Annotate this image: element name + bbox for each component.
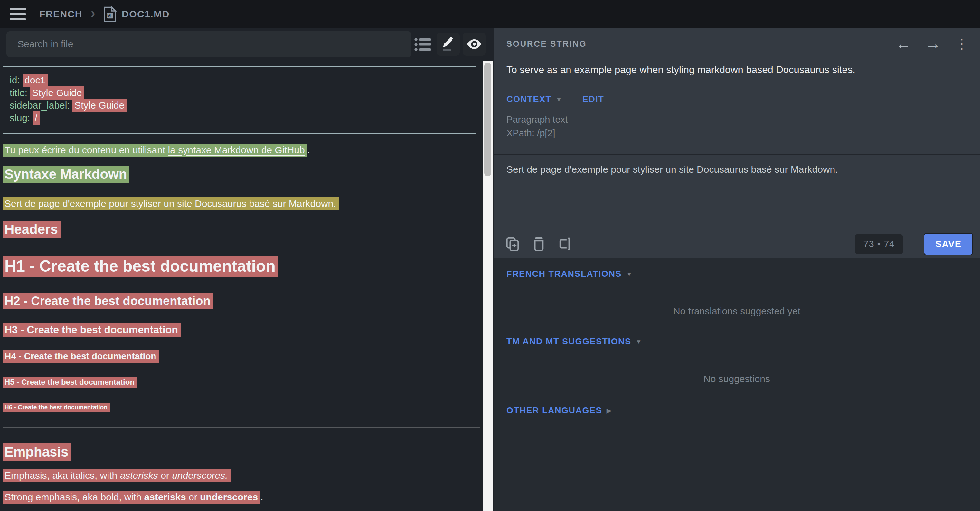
- context-xpath: XPath: /p[2]: [506, 128, 555, 139]
- markdown-file-icon: M↓: [103, 6, 116, 22]
- context-row: CONTEXT ▼ EDIT: [506, 94, 604, 104]
- paragraph-selected: Sert de page d'exemple pour styliser un …: [3, 198, 339, 209]
- string-list-button[interactable]: [413, 35, 433, 56]
- string-segment-translated[interactable]: Tu peux écrire du contenu en utilisant l…: [3, 144, 307, 157]
- frontmatter-line: title: Style Guide: [10, 86, 476, 99]
- heading-h2-sample: H2 - Create the best documentation: [3, 294, 213, 308]
- string-segment[interactable]: H6 - Create the best documentation: [3, 403, 110, 412]
- edit-context-button[interactable]: EDIT: [582, 94, 604, 104]
- caret-down-icon: ▼: [556, 96, 562, 103]
- back-arrow-icon: ←: [896, 35, 911, 52]
- inline-link: la syntaxe Markdown de GitHub: [168, 145, 305, 155]
- translation-input[interactable]: Sert de page d'exemple pour styliser un …: [493, 156, 980, 230]
- string-segment[interactable]: H4 - Create the best documentation: [3, 350, 159, 363]
- breadcrumb-file[interactable]: DOC1.MD: [122, 9, 170, 20]
- string-segment[interactable]: Strong emphasis, aka bold, with asterisk…: [3, 491, 261, 504]
- heading-h5-sample: H5 - Create the best documentation: [3, 378, 137, 386]
- svg-text:M↓: M↓: [107, 14, 113, 18]
- frontmatter-line: id: doc1: [10, 74, 476, 86]
- translation-panel: SOURCE STRING ← → ⋮ To serve as an examp…: [493, 28, 980, 511]
- character-counter: 73 • 74: [855, 234, 903, 254]
- source-string-text: To serve as an example page when styling…: [506, 64, 855, 76]
- paragraph-intro: Tu peux écrire du contenu en utilisant l…: [3, 145, 310, 156]
- heading-headers: Headers: [3, 222, 60, 237]
- list-icon: [413, 35, 433, 54]
- panel-title: SOURCE STRING: [506, 39, 587, 49]
- next-string-button[interactable]: →: [925, 36, 941, 51]
- kebab-menu-icon: ⋮: [955, 36, 969, 51]
- preview-mode-button[interactable]: [463, 32, 486, 56]
- horizontal-rule: [3, 427, 480, 428]
- string-segment[interactable]: /: [33, 112, 40, 125]
- other-languages-toggle[interactable]: OTHER LANGUAGES ▶: [506, 406, 612, 416]
- string-segment[interactable]: H1 - Create the best documentation: [3, 256, 278, 277]
- string-segment[interactable]: Style Guide: [72, 99, 127, 112]
- editor-divider: [493, 154, 980, 155]
- string-segment[interactable]: H2 - Create the best documentation: [3, 293, 213, 309]
- caret-down-icon: ▼: [626, 271, 633, 278]
- heading-h3-sample: H3 - Create the best documentation: [3, 324, 181, 336]
- eye-icon: [466, 36, 483, 53]
- editor-header: SOURCE STRING ← → ⋮: [506, 36, 969, 52]
- translation-toolbar: 73 • 74 SAVE: [505, 232, 973, 256]
- string-navigation: ← → ⋮: [896, 36, 969, 51]
- frontmatter-line: sidebar_label: Style Guide: [10, 99, 476, 112]
- string-segment[interactable]: Emphasis, aka italics, with asterisks or…: [3, 469, 231, 482]
- chevron-right-icon: ›: [91, 5, 95, 21]
- copy-icon: [505, 236, 520, 251]
- edit-mode-button[interactable]: [437, 32, 460, 56]
- context-toggle[interactable]: CONTEXT ▼: [506, 94, 562, 104]
- context-type: Paragraph text: [506, 114, 568, 125]
- clear-translation-button[interactable]: [532, 236, 546, 251]
- french-translations-toggle[interactable]: FRENCH TRANSLATIONS ▼: [506, 269, 633, 279]
- breadcrumb-project[interactable]: FRENCH: [39, 9, 83, 20]
- more-options-button[interactable]: ⋮: [955, 37, 969, 51]
- text-cursor-button[interactable]: [558, 236, 573, 251]
- translations-empty-state: No translations suggested yet: [493, 306, 980, 317]
- string-segment[interactable]: Style Guide: [30, 86, 84, 99]
- string-segment[interactable]: Emphasis: [3, 443, 71, 461]
- search-input[interactable]: [6, 31, 412, 57]
- menu-icon[interactable]: [10, 8, 26, 20]
- scrollbar-track[interactable]: [483, 61, 493, 511]
- string-segment[interactable]: H3 - Create the best documentation: [3, 323, 181, 337]
- file-toolbar: [0, 31, 493, 58]
- string-segment[interactable]: doc1: [22, 74, 48, 87]
- previous-string-button[interactable]: ←: [896, 36, 911, 51]
- trash-icon: [532, 236, 546, 251]
- string-segment-selected[interactable]: Sert de page d'exemple pour styliser un …: [3, 197, 339, 211]
- text-cursor-icon: [558, 236, 573, 251]
- forward-arrow-icon: →: [925, 35, 941, 52]
- string-segment[interactable]: H5 - Create the best documentation: [3, 377, 137, 388]
- caret-right-icon: ▶: [606, 407, 612, 414]
- paragraph-emphasis: Emphasis, aka italics, with asterisks or…: [3, 470, 231, 481]
- tm-mt-suggestions-toggle[interactable]: TM AND MT SUGGESTIONS ▼: [506, 337, 642, 347]
- heading-syntaxe-markdown: Syntaxe Markdown: [3, 166, 129, 182]
- heading-h1-sample: H1 - Create the best documentation: [3, 257, 278, 275]
- save-button[interactable]: SAVE: [924, 233, 973, 255]
- frontmatter-line: slug: /: [10, 112, 476, 124]
- top-bar: FRENCH › M↓ DOC1.MD: [0, 0, 980, 28]
- heading-h6-sample: H6 - Create the best documentation: [3, 404, 110, 411]
- string-segment[interactable]: Headers: [3, 221, 60, 238]
- pencil-icon: [441, 37, 456, 52]
- string-segment-translated[interactable]: Syntaxe Markdown: [3, 166, 129, 183]
- scrollbar-thumb[interactable]: [484, 63, 491, 176]
- suggestions-empty-state: No suggestions: [493, 374, 980, 384]
- caret-down-icon: ▼: [636, 338, 642, 345]
- document-panel: id: doc1 title: Style Guide sidebar_labe…: [0, 28, 493, 511]
- heading-h4-sample: H4 - Create the best documentation: [3, 351, 159, 361]
- paragraph-strong: Strong emphasis, aka bold, with asterisk…: [3, 492, 263, 503]
- frontmatter-block: id: doc1 title: Style Guide sidebar_labe…: [3, 66, 476, 134]
- copy-source-button[interactable]: [505, 236, 520, 251]
- heading-emphasis: Emphasis: [3, 444, 71, 460]
- source-string-block: SOURCE STRING ← → ⋮ To serve as an examp…: [493, 28, 980, 258]
